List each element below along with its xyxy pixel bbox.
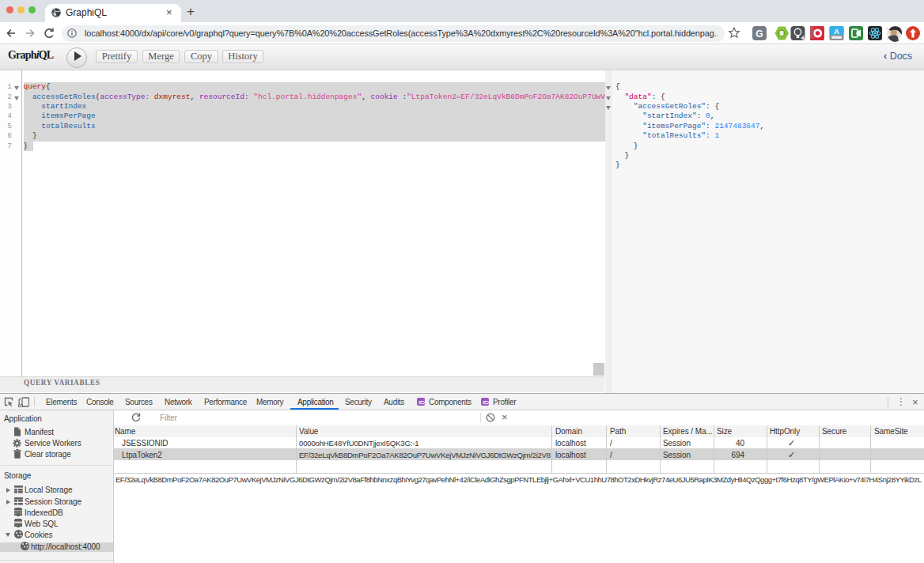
svg-text:G: G xyxy=(755,28,763,40)
svg-text:A: A xyxy=(834,27,839,36)
